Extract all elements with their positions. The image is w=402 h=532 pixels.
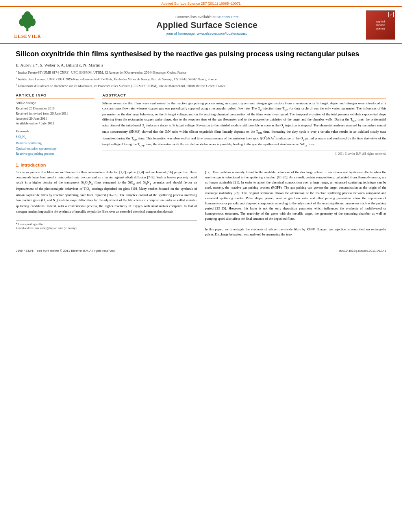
elsevier-brand-text: ELSEVIER	[14, 33, 41, 39]
page-container: Applied Surface Science 257 (2011) 10065…	[0, 0, 402, 254]
intro-right-text: [17]. This problem is mainly linked to t…	[205, 170, 387, 237]
footnote-section: * Corresponding author. E-mail address: …	[16, 220, 197, 231]
header-center: Contents lists available at ScienceDirec…	[55, 10, 359, 40]
sciencedirect-line: Contents lists available at ScienceDirec…	[175, 15, 238, 19]
elsevier-tree-icon	[17, 11, 38, 32]
intro-left-col: Silicon oxynitride thin films are well k…	[16, 170, 197, 237]
info-abstract-row: ARTICLE INFO Article history: Received 2…	[16, 93, 386, 157]
journal-homepage: journal homepage: www.elsevier.com/locat…	[166, 32, 247, 35]
journal-title: Applied Surface Science	[156, 20, 258, 30]
journal-url[interactable]: www.elsevier.com/locate/apsusc	[197, 32, 248, 35]
header-left: ELSEVIER	[4, 10, 51, 40]
svg-point-7	[24, 11, 31, 20]
affiliations-block: a Institut Femto-ST (UMR 6174 CNRS), UFC…	[16, 69, 386, 88]
footnote-corresponding: * Corresponding author.	[16, 222, 197, 227]
article-info-column: ARTICLE INFO Article history: Received 2…	[16, 93, 94, 157]
header-right: ⤢ applied surface science	[363, 10, 398, 40]
journal-cover-image: ⤢ applied surface science	[366, 10, 395, 40]
article-info-header: ARTICLE INFO	[16, 93, 94, 98]
footer-doi: doi:10.1016/j.apsusc.2011.06.141	[339, 249, 386, 252]
introduction-section: 1. Introduction Silicon oxynitride thin …	[16, 163, 386, 237]
intro-left-text: Silicon oxynitride thin films are well k…	[16, 170, 197, 214]
affiliation-a: a Institut Femto-ST (UMR 6174 CNRS), UFC…	[16, 69, 386, 75]
sciencedirect-link[interactable]: ScienceDirect	[217, 15, 239, 19]
cover-text: applied surface science	[374, 19, 386, 32]
intro-title: 1. Introduction	[16, 163, 386, 167]
intro-body-columns: Silicon oxynitride thin films are well k…	[16, 170, 386, 237]
keyword-2: Reactive sputtering	[16, 141, 94, 146]
abstract-text: Silicon oxynitride thin films were synth…	[102, 101, 386, 148]
article-title: Silicon oxynitride thin films synthesise…	[16, 50, 386, 59]
footer-bar: 0169-4332/$ – see front matter © 2011 El…	[0, 247, 402, 254]
abstract-header: ABSTRACT	[102, 93, 386, 98]
abstract-column: ABSTRACT Silicon oxynitride thin films w…	[102, 93, 386, 157]
keyword-4: Reactive gas pulsing process	[16, 151, 94, 157]
main-content: Silicon oxynitride thin films synthesise…	[0, 44, 402, 243]
keyword-3: Optical emission spectroscopy	[16, 146, 94, 152]
history-block: Article history: Received 28 December 20…	[16, 101, 94, 126]
keywords-block: Keywords: SiOxNy Reactive sputtering Opt…	[16, 129, 94, 157]
journal-citation: Applied Surface Science 257 (2011) 10065…	[161, 2, 241, 6]
affiliation-b: b Institut Jean Lamour, UMR 7198 CNRS-Na…	[16, 76, 386, 82]
elsevier-logo: ELSEVIER	[14, 11, 41, 39]
cover-icon: ⤢	[388, 12, 394, 17]
footer-issn: 0169-4332/$ – see front matter © 2011 El…	[16, 249, 115, 252]
affiliation-c: c Laboratoire d'Etudes et de Recherche s…	[16, 83, 386, 89]
copyright-line: © 2011 Elsevier B.V. All rights reserved…	[102, 150, 386, 156]
keyword-1: SiOxNy	[16, 134, 94, 141]
intro-right-col: [17]. This problem is mainly linked to t…	[205, 170, 387, 237]
header-section: ELSEVIER Contents lists available at Sci…	[0, 6, 402, 44]
footnote-email: E-mail address: eric.aubry@nipsan.com (E…	[16, 226, 197, 231]
authors-line: E. Aubry a,*, S. Weber b, A. Billard c, …	[16, 63, 386, 67]
journal-top-bar: Applied Surface Science 257 (2011) 10065…	[0, 0, 402, 6]
